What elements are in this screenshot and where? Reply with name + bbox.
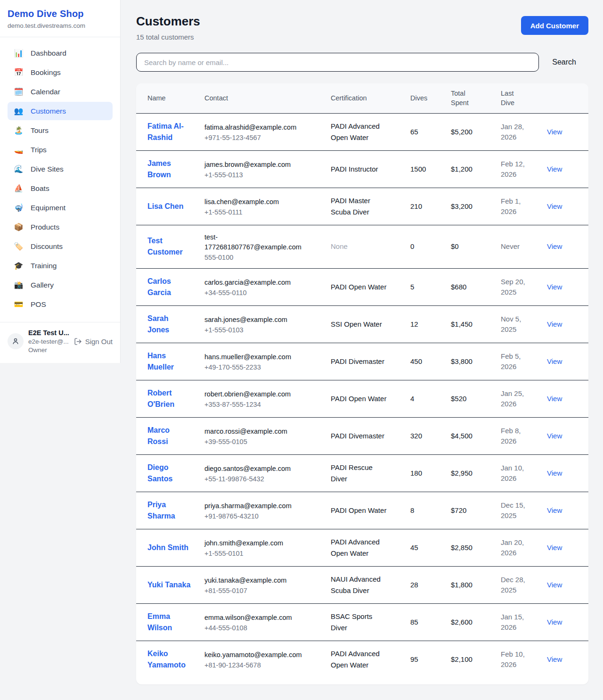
search-input[interactable]: [136, 53, 539, 72]
table-row: Keiko Yamamoto keiko.yamamoto@example.co…: [136, 641, 588, 678]
customer-dives: 0: [410, 242, 414, 250]
customer-dives: 95: [410, 655, 418, 663]
customer-name-link[interactable]: Hans Mueller: [147, 350, 191, 373]
customer-dives: 65: [410, 128, 418, 136]
view-link[interactable]: View: [547, 165, 562, 173]
customer-certification: PADI Open Water: [331, 505, 386, 516]
table-row: Carlos Garcia carlos.garcia@example.com …: [136, 268, 588, 305]
customer-dives: 45: [410, 544, 418, 552]
sidebar-item-bookings[interactable]: 📅 Bookings: [8, 63, 113, 82]
customer-email: priya.sharma@example.com: [204, 501, 304, 511]
customer-name-link[interactable]: Marco Rossi: [147, 425, 191, 447]
customer-certification: PADI Open Water: [331, 393, 386, 404]
customer-phone: +49-170-555-2233: [204, 363, 327, 371]
sign-out-button[interactable]: Sign Out: [74, 338, 113, 346]
customer-name-link[interactable]: Keiko Yamamoto: [147, 648, 191, 671]
customer-certification: PADI Advanced Open Water: [331, 536, 387, 559]
calendar-date-icon: 📅: [14, 68, 24, 77]
diving-mask-icon: 🤿: [14, 203, 24, 212]
sidebar-item-training[interactable]: 🎓 Training: [8, 256, 113, 275]
sidebar-item-products[interactable]: 📦 Products: [8, 218, 113, 236]
customers-table-card: Name Contact Certification Dives Total S…: [136, 83, 588, 684]
customer-email: marco.rossi@example.com: [204, 427, 304, 436]
customer-total-spent: $4,500: [451, 432, 473, 440]
table-row: Test Customer test-1772681807767@example…: [136, 225, 588, 268]
customer-name-link[interactable]: Carlos Garcia: [147, 276, 191, 298]
view-link[interactable]: View: [547, 395, 562, 403]
customer-total-spent: $0: [451, 242, 459, 250]
table-row: Yuki Tanaka yuki.tanaka@example.com +81-…: [136, 566, 588, 603]
customer-name-link[interactable]: Lisa Chen: [147, 201, 183, 212]
customer-last-dive: Dec 28, 2025: [501, 575, 534, 595]
customer-dives: 450: [410, 357, 422, 365]
view-link[interactable]: View: [547, 581, 562, 589]
search-button[interactable]: Search: [539, 58, 588, 66]
customer-name-link[interactable]: Robert O'Brien: [147, 387, 191, 410]
customer-name-link[interactable]: Fatima Al-Rashid: [147, 121, 191, 143]
shop-title: Demo Dive Shop: [8, 8, 112, 19]
view-link[interactable]: View: [547, 618, 562, 626]
customer-certification: SSI Open Water: [331, 319, 382, 330]
view-link[interactable]: View: [547, 655, 562, 663]
sidebar-item-tours[interactable]: 🏝️ Tours: [8, 121, 113, 140]
customer-name-link[interactable]: John Smith: [147, 542, 188, 553]
customer-dives: 8: [410, 506, 414, 514]
sidebar-item-boats[interactable]: ⛵ Boats: [8, 179, 113, 198]
sidebar-item-pos[interactable]: 💳 POS: [8, 295, 113, 313]
customer-total-spent: $2,100: [451, 655, 473, 663]
sailboat-icon: ⛵: [14, 184, 24, 193]
main-content: Customers 15 total customers Add Custome…: [121, 0, 603, 684]
table-row: Marco Rossi marco.rossi@example.com +39-…: [136, 417, 588, 454]
sidebar-item-dive-sites[interactable]: 🌊 Dive Sites: [8, 160, 113, 178]
customer-name-link[interactable]: James Brown: [147, 158, 191, 181]
customer-phone: +81-90-1234-5678: [204, 661, 327, 669]
logout-icon: [74, 338, 82, 346]
view-link[interactable]: View: [547, 544, 562, 552]
sidebar-item-dashboard[interactable]: 📊 Dashboard: [8, 44, 113, 62]
tag-icon: 🏷️: [14, 242, 24, 251]
customer-name-link[interactable]: Test Customer: [147, 235, 191, 258]
customer-last-dive: Jan 15, 2026: [501, 612, 534, 633]
customers-table: Name Contact Certification Dives Total S…: [136, 83, 588, 678]
add-customer-button[interactable]: Add Customer: [521, 16, 588, 35]
customer-total-spent: $3,800: [451, 357, 473, 365]
view-link[interactable]: View: [547, 283, 562, 291]
customer-email: diego.santos@example.com: [204, 464, 304, 474]
customer-phone: +971-55-123-4567: [204, 134, 327, 141]
customer-name-link[interactable]: Sarah Jones: [147, 313, 191, 336]
customer-dives: 85: [410, 618, 418, 626]
sidebar-item-calendar[interactable]: 🗓️ Calendar: [8, 82, 113, 101]
customer-certification: PADI Instructor: [331, 164, 378, 175]
sidebar-item-trips[interactable]: 🚤 Trips: [8, 140, 113, 159]
view-link[interactable]: View: [547, 242, 562, 250]
customer-name-link[interactable]: Diego Santos: [147, 462, 191, 485]
customer-name-link[interactable]: Yuki Tanaka: [147, 579, 190, 591]
customer-certification: PADI Advanced Open Water: [331, 648, 387, 671]
view-link[interactable]: View: [547, 320, 562, 328]
sidebar-item-equipment[interactable]: 🤿 Equipment: [8, 198, 113, 217]
sidebar-item-gallery[interactable]: 📸 Gallery: [8, 276, 113, 294]
customer-email: robert.obrien@example.com: [204, 389, 304, 399]
customer-dives: 4: [410, 395, 414, 403]
view-link[interactable]: View: [547, 128, 562, 136]
view-link[interactable]: View: [547, 469, 562, 477]
view-link[interactable]: View: [547, 202, 562, 210]
view-link[interactable]: View: [547, 506, 562, 514]
user-name: E2E Test U...: [28, 329, 69, 337]
customer-name-link[interactable]: Emma Wilson: [147, 611, 191, 634]
customer-total-spent: $2,600: [451, 618, 473, 626]
bar-chart-icon: 📊: [14, 49, 24, 58]
view-link[interactable]: View: [547, 432, 562, 440]
table-row: Diego Santos diego.santos@example.com +5…: [136, 454, 588, 492]
table-row: Priya Sharma priya.sharma@example.com +9…: [136, 492, 588, 529]
sidebar-nav: 📊 Dashboard 📅 Bookings 🗓️ Calendar 👥 Cus…: [0, 37, 120, 322]
customer-last-dive: Jan 10, 2026: [501, 463, 534, 484]
customer-total-spent: $2,950: [451, 469, 473, 477]
page-title: Customers: [136, 14, 200, 29]
customer-phone: +55-11-99876-5432: [204, 475, 327, 483]
view-link[interactable]: View: [547, 357, 562, 365]
customer-last-dive: Never: [501, 241, 520, 252]
sidebar-item-discounts[interactable]: 🏷️ Discounts: [8, 237, 113, 255]
customer-name-link[interactable]: Priya Sharma: [147, 499, 191, 522]
sidebar-item-customers[interactable]: 👥 Customers: [8, 102, 113, 120]
